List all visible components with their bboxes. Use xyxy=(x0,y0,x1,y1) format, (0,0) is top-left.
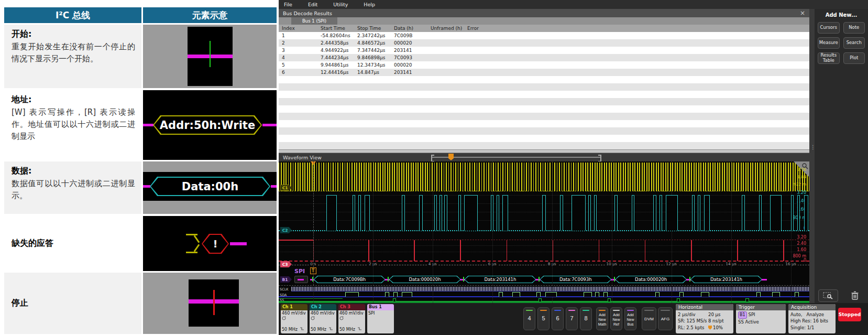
afg-button[interactable]: AFG xyxy=(658,307,673,330)
sidebar-button-note[interactable]: Note xyxy=(843,22,865,34)
table-cell xyxy=(464,113,809,120)
table-row[interactable] xyxy=(279,113,809,120)
add-new-bus-button[interactable]: Add New Bus xyxy=(624,307,636,330)
digital-separator xyxy=(279,285,809,286)
table-cell xyxy=(317,105,354,113)
table-row[interactable] xyxy=(279,105,809,113)
table-cell: 7C0093 xyxy=(391,54,427,61)
acquisition-panel[interactable]: Acquisition Auto, Analyze High Res: 16 b… xyxy=(788,304,836,333)
table-cell xyxy=(279,98,317,105)
sclk-digital-waveform xyxy=(291,287,809,291)
grid-line xyxy=(731,161,732,303)
table-row[interactable] xyxy=(279,135,809,142)
channel-7-button[interactable]: 7 xyxy=(566,307,578,330)
channel2-scale: 460 mV/div xyxy=(311,311,335,316)
trigger-panel[interactable]: Trigger B1SPI SS Active xyxy=(736,304,786,333)
sidebar-button-measure[interactable]: Measure xyxy=(818,37,840,49)
table-row[interactable]: 612.44416μs14.847μs203141 xyxy=(279,69,809,76)
table-row[interactable] xyxy=(279,120,809,127)
ss-pulse xyxy=(539,298,542,301)
bus1-badge[interactable]: B1 xyxy=(280,276,292,283)
bus1-settings-box[interactable]: Bus 1 SPI xyxy=(367,304,394,333)
zoom-select-button[interactable] xyxy=(818,289,838,302)
channel2-settings-box[interactable]: Ch 2 460 mV/div 50 MHz xyxy=(310,304,336,333)
table-row[interactable] xyxy=(279,98,809,105)
table-row[interactable] xyxy=(279,76,809,83)
channel1-bandwidth: 50 MHz xyxy=(282,327,298,332)
table-row[interactable] xyxy=(279,142,809,149)
sidebar-button-results-table[interactable]: Results Table xyxy=(818,52,840,64)
bus-frame[interactable]: Data:203141h xyxy=(690,276,762,283)
table-cell xyxy=(354,127,391,135)
c2-pulse xyxy=(402,195,405,231)
table-cell: 2.347242μs xyxy=(354,32,391,39)
bus-frame[interactable]: Data:000020h xyxy=(389,276,461,283)
dvm-button[interactable]: DVM xyxy=(642,307,656,330)
table-row[interactable]: 1-54.82604ns2.347242μs7C009B xyxy=(279,32,809,39)
table-row[interactable]: 47.444234μs9.846898μs7C0093 xyxy=(279,54,809,61)
sclk-label: SCLK xyxy=(280,287,289,291)
bus-frame[interactable]: Data:7C0093h xyxy=(540,276,611,283)
panel-divider[interactable]: ⋮ xyxy=(809,9,815,303)
horizontal-splitter[interactable] xyxy=(279,149,809,153)
c2-pulse xyxy=(704,195,709,231)
channel-8-button[interactable]: 8 xyxy=(580,307,592,330)
c2-pulse xyxy=(353,195,355,231)
bus1-type: SPI xyxy=(368,311,393,316)
table-cell xyxy=(464,69,809,76)
channel2-badge[interactable]: C2 xyxy=(280,227,292,233)
table-row[interactable]: 59.944861μs12.34734μs000020 xyxy=(279,61,809,69)
add-new-ref-button[interactable]: Add New Ref xyxy=(610,307,622,330)
c2-pulse xyxy=(770,195,782,231)
c2-pulse xyxy=(560,195,563,231)
channel-4-button[interactable]: 4 xyxy=(523,307,535,330)
sidebar-button-search[interactable]: Search xyxy=(843,37,865,49)
channel-button-label: 4 xyxy=(524,315,535,321)
bus-frame[interactable]: Data:203141h xyxy=(465,276,536,283)
bus-frame[interactable]: Data:7C009Bh xyxy=(314,276,386,283)
channel-5-button[interactable]: 5 xyxy=(537,307,550,330)
ack-error-hexagon: ! xyxy=(202,234,229,254)
close-icon[interactable]: × xyxy=(800,9,805,17)
slider-marker-icon[interactable] xyxy=(448,154,454,160)
add-new-math-button[interactable]: Add New Math xyxy=(596,307,608,330)
table-cell: 9.944861μs xyxy=(317,61,354,69)
c3-spike xyxy=(368,240,369,261)
pan-zoom-slider[interactable] xyxy=(431,157,601,158)
c2-pulse xyxy=(791,195,794,231)
horizontal-panel[interactable]: Horizontal 2 μs/div SR: 125 MS/s RL: 2.5… xyxy=(676,304,733,333)
tab-bus1-spi[interactable]: Bus 1 (SPI) xyxy=(291,17,337,25)
table-cell xyxy=(317,76,354,83)
ack-yellow-bottom xyxy=(186,252,197,253)
table-cell xyxy=(354,120,391,127)
table-row[interactable] xyxy=(279,91,809,98)
trash-button[interactable] xyxy=(845,289,865,302)
menu-item-utility[interactable]: Utility xyxy=(333,2,348,7)
sda-pulse xyxy=(402,292,412,297)
stopped-button[interactable]: Stopped xyxy=(838,308,861,321)
results-panel-titlebar: Bus Decode Results × xyxy=(279,9,809,17)
afg-label: AFG xyxy=(658,317,672,321)
waveform-plot[interactable]: 0 s2 μs4 μs6 μs8 μs10 μs12 μs14 μs16 μs … xyxy=(279,161,809,303)
bus-frame[interactable]: Data:000020h xyxy=(615,276,687,283)
channel3-badge[interactable]: C3 xyxy=(280,261,292,267)
data-bus-line-left xyxy=(143,185,150,188)
table-row[interactable]: 22.444358μs4.846572μs000020 xyxy=(279,39,809,47)
table-row[interactable] xyxy=(279,83,809,91)
sidebar-button-plot[interactable]: Plot xyxy=(843,52,865,64)
channel-6-button[interactable]: 6 xyxy=(552,307,564,330)
menu-item-file[interactable]: File xyxy=(284,2,292,7)
table-cell xyxy=(391,142,427,149)
channel3-settings-box[interactable]: Ch 3 460 mV/div 50 MHz xyxy=(338,304,365,333)
channel3-scale: 460 mV/div xyxy=(339,311,364,316)
menu-item-help[interactable]: Help xyxy=(364,2,375,7)
c2-pulse xyxy=(365,195,370,231)
channel1-settings-box[interactable]: Ch 1 460 mV/div 50 MHz xyxy=(281,304,307,333)
table-cell: 7.347442μs xyxy=(354,47,391,54)
doc-row-start-body: 重复开始发生在没有前一个停止的情况下显示另一个开始。 xyxy=(12,41,135,65)
sidebar-button-cursors[interactable]: Cursors xyxy=(818,22,840,34)
table-row[interactable]: 34.944922μs7.347442μs203141 xyxy=(279,47,809,54)
table-cell: 4 xyxy=(279,54,317,61)
menu-item-edit[interactable]: Edit xyxy=(308,2,317,7)
table-row[interactable] xyxy=(279,127,809,135)
